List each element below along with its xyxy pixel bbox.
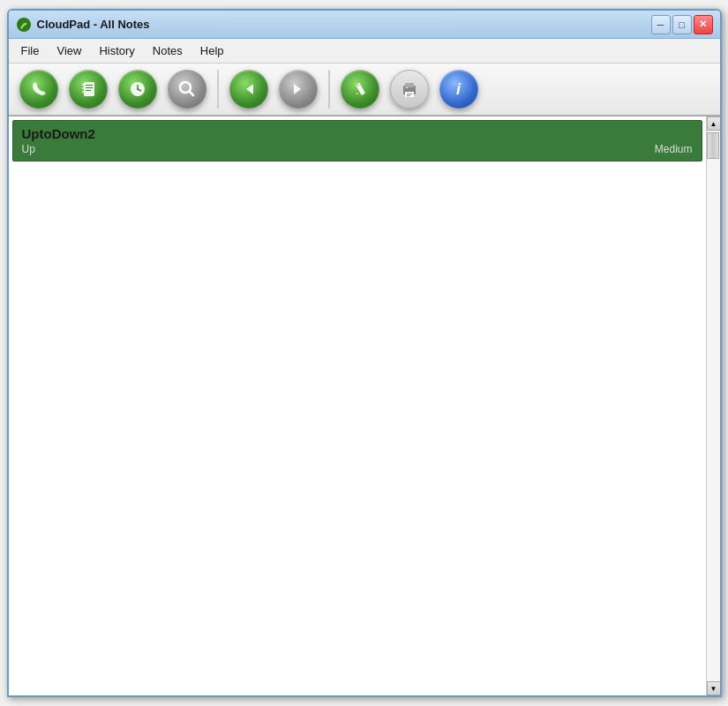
back-icon xyxy=(237,78,260,101)
search-icon xyxy=(176,78,199,101)
svg-marker-14 xyxy=(246,84,253,94)
notebook-toolbar-button[interactable] xyxy=(65,66,111,112)
menu-notes[interactable]: Notes xyxy=(144,41,191,61)
maximize-button[interactable]: □ xyxy=(672,15,692,34)
svg-rect-2 xyxy=(82,84,85,86)
toolbar-separator-2 xyxy=(328,70,330,109)
svg-rect-5 xyxy=(86,85,93,86)
scroll-thumb[interactable] xyxy=(707,132,719,159)
menu-help[interactable]: Help xyxy=(191,41,233,61)
svg-rect-4 xyxy=(82,91,85,93)
svg-rect-6 xyxy=(86,87,93,88)
svg-rect-20 xyxy=(405,83,414,87)
minimize-button[interactable]: ─ xyxy=(651,15,671,34)
note-status: Up xyxy=(22,143,35,155)
pencil-icon xyxy=(349,78,372,101)
note-item[interactable]: UptoDown2 Up Medium xyxy=(12,120,702,161)
menu-bar: File View History Notes Help xyxy=(9,39,720,64)
svg-point-11 xyxy=(137,88,139,90)
back-toolbar-button[interactable] xyxy=(226,66,272,112)
notebook-icon xyxy=(77,78,100,101)
menu-history[interactable]: History xyxy=(90,41,143,61)
svg-rect-1 xyxy=(84,82,94,96)
svg-rect-24 xyxy=(406,87,408,88)
svg-line-13 xyxy=(189,92,193,96)
clock-icon xyxy=(126,78,149,101)
note-meta: Up Medium xyxy=(22,143,693,155)
scroll-track xyxy=(707,131,720,681)
toolbar: i xyxy=(9,64,720,116)
scroll-up-arrow[interactable]: ▲ xyxy=(707,116,720,131)
svg-text:i: i xyxy=(456,80,462,98)
scroll-down-arrow[interactable]: ▼ xyxy=(707,681,720,695)
svg-rect-22 xyxy=(407,94,412,94)
title-bar: CloudPad - All Notes ─ □ ✕ xyxy=(9,11,720,39)
history-toolbar-button[interactable] xyxy=(115,66,161,112)
svg-rect-23 xyxy=(407,95,410,96)
toolbar-separator-1 xyxy=(217,70,219,109)
scrollbar: ▲ ▼ xyxy=(706,116,720,695)
phone-toolbar-button[interactable] xyxy=(16,66,62,112)
main-window: CloudPad - All Notes ─ □ ✕ File View His… xyxy=(7,9,722,697)
menu-view[interactable]: View xyxy=(48,41,90,61)
title-bar-left: CloudPad - All Notes xyxy=(16,17,150,33)
notes-list[interactable]: UptoDown2 Up Medium xyxy=(9,116,706,695)
app-icon xyxy=(16,17,32,33)
svg-marker-15 xyxy=(294,84,301,94)
close-button[interactable]: ✕ xyxy=(694,15,713,34)
title-bar-buttons: ─ □ ✕ xyxy=(651,15,713,34)
window-title: CloudPad - All Notes xyxy=(37,18,150,31)
svg-marker-17 xyxy=(356,93,358,94)
svg-rect-7 xyxy=(86,90,91,91)
svg-rect-3 xyxy=(82,87,85,89)
forward-icon xyxy=(287,78,310,101)
menu-file[interactable]: File xyxy=(12,41,49,61)
info-toolbar-button[interactable]: i xyxy=(436,66,482,112)
forward-toolbar-button[interactable] xyxy=(275,66,321,112)
note-priority: Medium xyxy=(655,143,693,155)
search-toolbar-button[interactable] xyxy=(164,66,210,112)
printer-icon xyxy=(397,77,422,101)
print-toolbar-button[interactable] xyxy=(387,66,432,112)
content-area: UptoDown2 Up Medium ▲ ▼ xyxy=(9,116,720,695)
edit-toolbar-button[interactable] xyxy=(337,66,383,112)
phone-icon xyxy=(27,78,50,101)
info-icon: i xyxy=(447,78,470,101)
note-title: UptoDown2 xyxy=(22,126,693,141)
